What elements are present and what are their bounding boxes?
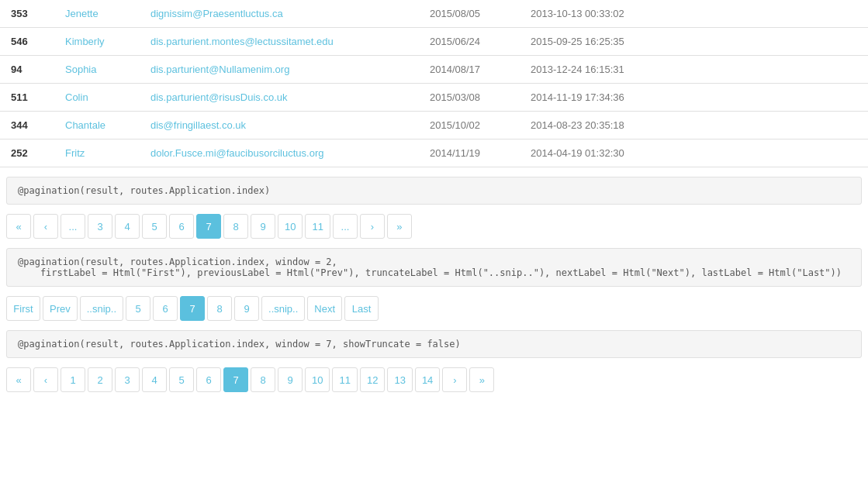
- page-button[interactable]: ›: [360, 214, 385, 239]
- page-button[interactable]: 9: [234, 296, 259, 321]
- code-block-2: @pagination(result, routes.Application.i…: [6, 248, 862, 287]
- page-button[interactable]: Prev: [43, 296, 78, 321]
- page-button[interactable]: 4: [142, 367, 167, 392]
- row-name[interactable]: Colin: [54, 84, 140, 112]
- row-date1: 2015/10/02: [419, 112, 520, 140]
- row-date2: 2013-12-24 16:15:31: [520, 56, 868, 84]
- page-button[interactable]: ..snip..: [80, 296, 123, 321]
- row-date1: 2015/08/05: [419, 0, 520, 28]
- row-name[interactable]: Kimberly: [54, 28, 140, 56]
- row-id: 94: [0, 56, 54, 84]
- row-date1: 2014/11/19: [419, 140, 520, 167]
- row-date2: 2015-09-25 16:25:35: [520, 28, 868, 56]
- page-button[interactable]: 9: [251, 214, 275, 239]
- page-button[interactable]: 2: [88, 367, 112, 392]
- page-button[interactable]: First: [6, 296, 40, 321]
- row-email[interactable]: dignissim@Praesentluctus.ca: [140, 0, 419, 28]
- page-button[interactable]: 4: [115, 214, 140, 239]
- page-button[interactable]: 6: [153, 296, 178, 321]
- page-button[interactable]: 7: [196, 214, 221, 239]
- page-button[interactable]: 5: [142, 214, 167, 239]
- page-button[interactable]: ...: [333, 214, 358, 239]
- page-button[interactable]: ‹: [33, 367, 58, 392]
- page-button[interactable]: ..snip..: [261, 296, 305, 321]
- row-date2: 2013-10-13 00:33:02: [520, 0, 868, 28]
- page-button[interactable]: Last: [344, 296, 379, 321]
- page-button[interactable]: »: [387, 214, 412, 239]
- page-button[interactable]: 10: [305, 367, 330, 392]
- page-button[interactable]: 7: [180, 296, 205, 321]
- page-button[interactable]: ‹: [33, 214, 58, 239]
- page-button[interactable]: 14: [415, 367, 440, 392]
- row-date1: 2014/08/17: [419, 56, 520, 84]
- row-email[interactable]: dis.parturient@Nullamenim.org: [140, 56, 419, 84]
- row-id: 353: [0, 0, 54, 28]
- page-button[interactable]: »: [469, 367, 494, 392]
- page-button[interactable]: 7: [223, 367, 248, 392]
- page-button[interactable]: «: [6, 214, 31, 239]
- page-button[interactable]: 6: [169, 214, 194, 239]
- page-button[interactable]: 6: [196, 367, 221, 392]
- row-email[interactable]: dolor.Fusce.mi@faucibusorciluctus.org: [140, 140, 419, 167]
- page-button[interactable]: 8: [251, 367, 275, 392]
- row-date1: 2015/06/24: [419, 28, 520, 56]
- table-row: 511 Colin dis.parturient@risusDuis.co.uk…: [0, 84, 868, 112]
- table-row: 94 Sophia dis.parturient@Nullamenim.org …: [0, 56, 868, 84]
- page-button[interactable]: 8: [207, 296, 232, 321]
- table-row: 546 Kimberly dis.parturient.montes@lectu…: [0, 28, 868, 56]
- pagination-3: «‹1234567891011121314›»: [6, 367, 862, 392]
- page-button[interactable]: 3: [88, 214, 112, 239]
- table-row: 344 Chantale dis@fringillaest.co.uk 2015…: [0, 112, 868, 140]
- row-email[interactable]: dis@fringillaest.co.uk: [140, 112, 419, 140]
- code-block-3: @pagination(result, routes.Application.i…: [6, 330, 862, 358]
- row-id: 511: [0, 84, 54, 112]
- page-button[interactable]: 12: [360, 367, 385, 392]
- data-table: 353 Jenette dignissim@Praesentluctus.ca …: [0, 0, 868, 167]
- row-date2: 2014-04-19 01:32:30: [520, 140, 868, 167]
- row-name[interactable]: Sophia: [54, 56, 140, 84]
- page-button[interactable]: 9: [278, 367, 303, 392]
- page-button[interactable]: 11: [332, 367, 357, 392]
- pagination-1: «‹...34567891011...›»: [6, 214, 862, 239]
- row-name[interactable]: Fritz: [54, 140, 140, 167]
- page-button[interactable]: ...: [61, 214, 85, 239]
- page-button[interactable]: 5: [169, 367, 194, 392]
- row-id: 344: [0, 112, 54, 140]
- row-date2: 2014-08-23 20:35:18: [520, 112, 868, 140]
- row-name[interactable]: Jenette: [54, 0, 140, 28]
- page-button[interactable]: Next: [307, 296, 342, 321]
- page-button[interactable]: 1: [61, 367, 85, 392]
- page-button[interactable]: 5: [126, 296, 150, 321]
- page-button[interactable]: ›: [442, 367, 467, 392]
- page-button[interactable]: 11: [305, 214, 330, 239]
- row-name[interactable]: Chantale: [54, 112, 140, 140]
- code-block-1: @pagination(result, routes.Application.i…: [6, 177, 862, 205]
- page-button[interactable]: 3: [115, 367, 140, 392]
- page-button[interactable]: 13: [387, 367, 412, 392]
- table-row: 252 Fritz dolor.Fusce.mi@faucibusorciluc…: [0, 140, 868, 167]
- row-id: 252: [0, 140, 54, 167]
- page-button[interactable]: 10: [278, 214, 303, 239]
- row-date1: 2015/03/08: [419, 84, 520, 112]
- pagination-2: FirstPrev..snip..56789..snip..NextLast: [6, 296, 862, 321]
- table-row: 353 Jenette dignissim@Praesentluctus.ca …: [0, 0, 868, 28]
- row-date2: 2014-11-19 17:34:36: [520, 84, 868, 112]
- page-button[interactable]: 8: [223, 214, 248, 239]
- row-email[interactable]: dis.parturient.montes@lectussitamet.edu: [140, 28, 419, 56]
- row-id: 546: [0, 28, 54, 56]
- row-email[interactable]: dis.parturient@risusDuis.co.uk: [140, 84, 419, 112]
- page-button[interactable]: «: [6, 367, 31, 392]
